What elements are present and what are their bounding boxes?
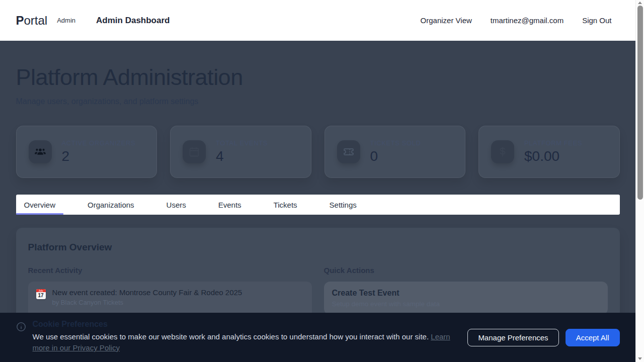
tab-organizations[interactable]: Organizations xyxy=(79,195,142,215)
scrollbar-up-arrow[interactable] xyxy=(638,2,642,4)
stat-card-active-organizers: ACTIVE ORGANIZERS 2 xyxy=(16,126,157,178)
stat-label: ACTIVE ORGANIZERS xyxy=(62,139,136,147)
sign-out-link[interactable]: Sign Out xyxy=(582,16,611,25)
admin-tab-bar: Overview Organizations Users Events Tick… xyxy=(16,195,620,215)
stat-value: 2 xyxy=(62,148,136,164)
logo-initial: P xyxy=(16,14,24,27)
cookie-consent-banner: Cookie Preferences We use essential cook… xyxy=(0,313,635,362)
scrollbar-down-arrow[interactable] xyxy=(638,357,642,360)
portal-logo[interactable]: Portal xyxy=(16,14,48,28)
navbar-links: Organizer View tmartinez@gmail.com Sign … xyxy=(421,16,620,25)
dollar-icon xyxy=(491,140,514,163)
stat-label: TICKETS SOLD xyxy=(370,139,421,147)
hero-title: Platform Administration xyxy=(16,64,620,90)
stat-card-total-events: TOTAL EVENTS 4 xyxy=(170,126,311,178)
calendar-emoji-icon: July 17 xyxy=(36,289,46,299)
stat-value: $0.00 xyxy=(524,148,582,164)
page: Portal Admin Admin Dashboard Organizer V… xyxy=(0,0,635,362)
activity-title: New event created: Montrose County Fair … xyxy=(52,288,243,297)
organizer-view-link[interactable]: Organizer View xyxy=(421,16,472,25)
cookie-message-text: We use essential cookies to make our web… xyxy=(33,332,429,341)
cookie-banner-heading: Cookie Preferences xyxy=(33,320,468,329)
quick-actions-title: Quick Actions xyxy=(324,266,608,275)
activity-organization: by Black Canyon Tickets xyxy=(52,299,243,306)
calendar-emoji-day: 17 xyxy=(36,292,46,299)
tab-users[interactable]: Users xyxy=(158,195,194,215)
user-email-menu[interactable]: tmartinez@gmail.com xyxy=(491,16,564,25)
logo-rest: ortal xyxy=(24,14,48,27)
stat-label: PLATFORM FEES xyxy=(524,139,582,147)
vertical-scrollbar[interactable] xyxy=(635,0,644,362)
stat-value: 4 xyxy=(216,148,268,164)
stat-card-platform-fees: PLATFORM FEES $0.00 xyxy=(478,126,620,178)
admin-badge: Admin xyxy=(57,17,75,24)
hero-subtitle: Manage users, organizations, and platfor… xyxy=(16,97,620,106)
tab-settings[interactable]: Settings xyxy=(321,195,365,215)
stat-card-tickets-sold: TICKETS SOLD 0 xyxy=(325,126,466,178)
stat-label: TOTAL EVENTS xyxy=(216,139,268,147)
accept-all-button[interactable]: Accept All xyxy=(566,329,620,346)
top-navbar: Portal Admin Admin Dashboard Organizer V… xyxy=(0,0,635,41)
overview-title: Platform Overview xyxy=(28,242,608,253)
stat-value: 0 xyxy=(370,148,421,164)
info-icon xyxy=(16,322,26,353)
quick-action-subtitle: Setup demo event with sample data xyxy=(332,300,600,308)
ticket-icon xyxy=(337,140,360,163)
scrollbar-thumb[interactable] xyxy=(637,6,643,200)
tab-overview[interactable]: Overview xyxy=(16,195,64,215)
page-title: Admin Dashboard xyxy=(96,16,170,26)
tab-tickets[interactable]: Tickets xyxy=(266,195,305,215)
create-test-event-action[interactable]: Create Test Event Setup demo event with … xyxy=(324,282,608,315)
people-icon xyxy=(29,140,52,163)
manage-preferences-button[interactable]: Manage Preferences xyxy=(467,329,558,346)
stats-row: ACTIVE ORGANIZERS 2 TOTAL EVENTS 4 xyxy=(16,126,620,178)
recent-activity-title: Recent Activity xyxy=(28,266,312,275)
quick-action-title: Create Test Event xyxy=(332,289,600,298)
calendar-icon xyxy=(183,140,206,163)
cookie-banner-message: We use essential cookies to make our web… xyxy=(33,331,468,353)
tab-events[interactable]: Events xyxy=(210,195,250,215)
